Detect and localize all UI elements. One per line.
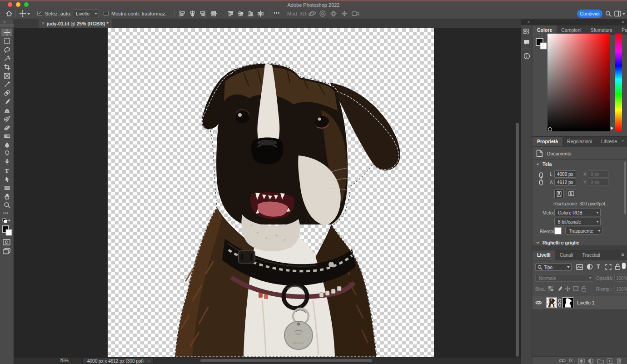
delete-layer-icon[interactable] <box>616 358 622 364</box>
tab-tracciati[interactable]: Tracciati <box>578 250 605 260</box>
shape-tool[interactable] <box>1 184 12 192</box>
height-field[interactable]: 4612 px <box>554 179 576 186</box>
layer-name[interactable]: Livello 1 <box>577 300 595 305</box>
layer-mask-thumbnail[interactable] <box>562 297 573 308</box>
camera-3d-icon[interactable] <box>352 10 360 17</box>
constrain-link-icon[interactable] <box>538 172 544 187</box>
lock-all-icon[interactable] <box>581 286 587 292</box>
filter-image-icon[interactable] <box>576 264 583 270</box>
righelli-header[interactable]: Righelli e griglie <box>542 240 579 245</box>
mostra-contr-checkbox[interactable] <box>104 11 109 16</box>
distribute-v-icon[interactable] <box>257 10 264 17</box>
healing-brush-tool[interactable] <box>1 89 12 97</box>
align-center-h-icon[interactable] <box>189 10 196 17</box>
lock-position-icon[interactable] <box>565 286 571 292</box>
default-colors-icon[interactable] <box>2 218 11 224</box>
document-info[interactable]: 4000 px x 4612 px (300 ppi) › <box>82 358 154 364</box>
move-tool[interactable] <box>1 29 12 36</box>
add-mask-icon[interactable] <box>578 359 585 364</box>
eyedropper-tool[interactable] <box>1 80 12 88</box>
quick-mask-icon[interactable] <box>3 239 10 245</box>
metodo-dropdown[interactable]: Colore RGB <box>554 209 601 216</box>
history-brush-tool[interactable] <box>1 115 12 123</box>
search-icon[interactable] <box>605 10 612 17</box>
slide-3d-icon[interactable] <box>341 10 348 17</box>
orbit-3d-icon[interactable] <box>308 10 316 17</box>
color-picker-cursor[interactable] <box>548 127 552 131</box>
filter-adjustment-icon[interactable] <box>587 264 593 270</box>
layers-empty-area[interactable] <box>532 310 627 356</box>
width-field[interactable]: 4000 px <box>554 170 576 178</box>
align-bottom-icon[interactable] <box>247 10 254 17</box>
layer-mask-link-icon[interactable] <box>557 298 562 308</box>
lock-transparency-icon[interactable] <box>548 286 554 292</box>
object-selection-tool[interactable] <box>1 55 12 62</box>
tab-proprieta[interactable]: Proprietà <box>532 137 562 146</box>
selez-auto-checkbox[interactable]: ✓ <box>37 11 42 16</box>
workspace-chevron-icon[interactable] <box>622 13 625 15</box>
tela-header[interactable]: Tela <box>542 161 552 167</box>
riempi-dropdown[interactable]: Trasparente <box>565 227 602 234</box>
gradient-tool[interactable] <box>1 132 12 140</box>
link-layers-icon[interactable] <box>559 359 566 363</box>
clone-stamp-tool[interactable] <box>1 106 12 114</box>
tab-canali[interactable]: Canali <box>555 250 578 260</box>
tool-preset-chevron-icon[interactable] <box>27 13 30 15</box>
align-right-icon[interactable] <box>199 10 206 17</box>
zoom-tool[interactable] <box>1 201 12 209</box>
expand-panels-icon[interactable]: » <box>622 20 624 24</box>
blur-tool[interactable] <box>1 141 12 149</box>
pasteboard[interactable]: JUDY <box>14 28 521 358</box>
document-tab[interactable]: × judy-01.tif @ 25% (RGB/8) * <box>39 19 112 28</box>
riempi-swatch[interactable] <box>554 227 562 234</box>
vertical-scrollbar[interactable] <box>516 123 519 357</box>
hue-slider[interactable] <box>615 34 622 131</box>
eraser-tool[interactable] <box>1 124 12 131</box>
type-tool[interactable]: T <box>1 167 12 175</box>
filter-smart-object-icon[interactable] <box>615 264 621 270</box>
tela-collapse-icon[interactable] <box>536 163 539 165</box>
hand-tool[interactable] <box>1 193 12 200</box>
info-panel-icon[interactable] <box>522 51 531 60</box>
align-top-icon[interactable] <box>227 10 234 17</box>
status-chevron-icon[interactable]: › <box>148 359 149 364</box>
color-saturation-square[interactable] <box>547 34 610 131</box>
filter-shape-icon[interactable] <box>605 264 612 270</box>
toolbar-more-icon[interactable]: ••• <box>3 211 9 215</box>
color-swatches-widget[interactable] <box>536 38 548 51</box>
filter-toggle[interactable] <box>622 263 626 269</box>
share-button[interactable]: Condividi <box>577 10 602 18</box>
tab-livelli[interactable]: Livelli <box>532 250 555 260</box>
roll-3d-icon[interactable] <box>319 10 326 17</box>
toolbar-collapse-icon[interactable]: » <box>4 20 5 24</box>
layer-thumbnail[interactable] <box>546 297 557 308</box>
marquee-tool[interactable] <box>1 37 12 45</box>
dodge-tool[interactable] <box>1 150 12 157</box>
frame-tool[interactable] <box>1 72 12 80</box>
pan-3d-icon[interactable] <box>330 10 337 17</box>
lasso-tool[interactable] <box>1 46 12 54</box>
history-panel-icon[interactable] <box>522 27 531 36</box>
new-group-icon[interactable] <box>597 359 604 364</box>
layer-visibility-toggle[interactable] <box>532 300 544 305</box>
crop-tool[interactable] <box>1 63 12 71</box>
lock-artboard-icon[interactable] <box>573 286 579 292</box>
move-tool-options-icon[interactable] <box>19 10 26 17</box>
orientation-portrait-button[interactable] <box>554 189 564 198</box>
selez-auto-dropdown[interactable]: Livello <box>73 10 99 17</box>
layer-style-icon[interactable]: fx <box>569 357 573 363</box>
properties-panel-menu-icon[interactable]: ≡ <box>622 137 627 147</box>
workspace-icon[interactable] <box>614 10 621 17</box>
layers-panel-menu-icon[interactable]: ≡ <box>622 250 627 260</box>
layer-filter-dropdown[interactable]: Tipo <box>535 263 572 271</box>
more-options-icon[interactable]: ••• <box>274 10 280 15</box>
lock-pixels-icon[interactable] <box>557 286 562 292</box>
pen-tool[interactable] <box>1 158 12 166</box>
foreground-background-swatches[interactable] <box>2 225 13 237</box>
path-selection-tool[interactable] <box>1 175 12 183</box>
new-layer-icon[interactable] <box>607 358 612 364</box>
close-tab-icon[interactable]: × <box>42 21 45 26</box>
distribute-h-icon[interactable] <box>210 10 218 17</box>
comments-panel-icon[interactable] <box>522 38 531 47</box>
layer-row[interactable]: Livello 1 <box>532 296 627 309</box>
